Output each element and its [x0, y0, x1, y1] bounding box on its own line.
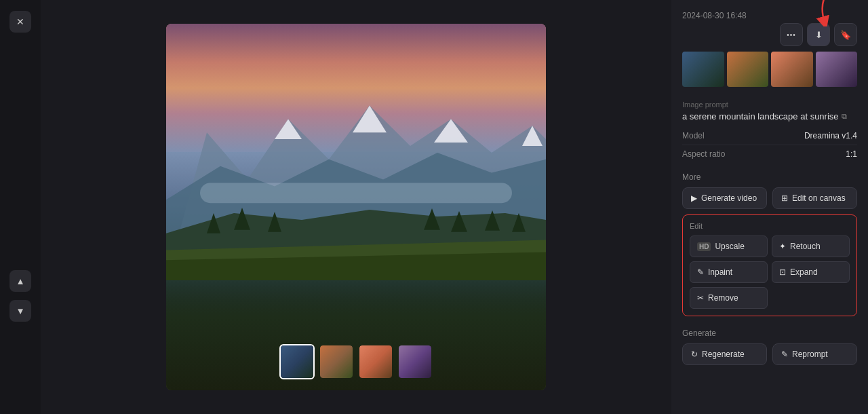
chevron-down-icon: ▼	[16, 306, 24, 316]
main-image-container	[166, 24, 546, 390]
reprompt-button[interactable]: ✎ Reprompt	[772, 343, 857, 365]
thumbnail-3[interactable]	[358, 344, 393, 379]
generate-section-title: Generate	[682, 328, 857, 338]
nav-up-button[interactable]: ▲	[9, 270, 31, 292]
retouch-button[interactable]: ✦ Retouch	[772, 236, 850, 257]
inpaint-icon: ✎	[697, 267, 704, 277]
thumbnail-strip	[279, 344, 433, 379]
prompt-section: Image prompt a serene mountain landscape…	[682, 95, 857, 121]
expand-icon: ⊡	[779, 267, 786, 277]
more-options-button[interactable]: •••	[780, 23, 803, 46]
thumbnail-4[interactable]	[397, 344, 433, 379]
left-sidebar: ✕ ▲ ▼	[0, 0, 41, 414]
red-arrow-indicator	[811, 0, 838, 26]
thumbnail-2[interactable]	[319, 344, 354, 379]
grid-thumb-1[interactable]	[682, 52, 724, 87]
upscale-label: Upscale	[715, 242, 744, 251]
regenerate-icon: ↻	[691, 350, 698, 359]
timestamp: 2024-08-30 16:48	[682, 11, 747, 20]
reprompt-icon: ✎	[781, 350, 788, 359]
aspect-ratio-row: Aspect ratio 1:1	[682, 145, 857, 163]
edit-section-title: Edit	[690, 222, 850, 230]
chevron-up-icon: ▲	[16, 276, 24, 286]
more-section-label: More	[682, 172, 857, 182]
bookmark-button[interactable]: 🔖	[834, 23, 857, 46]
remove-button[interactable]: ✂ Remove	[690, 287, 768, 309]
model-value: Dreamina v1.4	[804, 131, 857, 140]
close-button[interactable]: ✕	[9, 11, 31, 33]
image-grid	[682, 52, 857, 87]
main-content	[41, 0, 671, 414]
remove-icon: ✂	[697, 293, 704, 303]
aspect-label: Aspect ratio	[682, 149, 725, 159]
expand-button[interactable]: ⊡ Expand	[772, 261, 850, 283]
download-icon: ⬇	[815, 30, 823, 40]
model-label: Model	[682, 131, 705, 140]
expand-label: Expand	[790, 267, 818, 277]
edit-section: Edit HD Upscale ✦ Retouch ✎ Inpaint ⊡ Ex…	[682, 214, 857, 316]
generate-video-button[interactable]: ▶ Generate video	[682, 187, 767, 209]
edit-on-canvas-button[interactable]: ⊞ Edit on canvas	[772, 187, 857, 209]
retouch-label: Retouch	[790, 242, 821, 251]
nav-down-button[interactable]: ▼	[9, 300, 31, 322]
grid-thumb-4[interactable]	[816, 52, 858, 87]
more-icon: •••	[787, 31, 796, 39]
video-icon: ▶	[691, 193, 697, 203]
edit-grid: HD Upscale ✦ Retouch ✎ Inpaint ⊡ Expand …	[690, 236, 850, 309]
model-row: Model Dreamina v1.4	[682, 127, 857, 145]
canvas-icon: ⊞	[781, 193, 788, 203]
grid-thumb-2[interactable]	[727, 52, 769, 87]
inpaint-button[interactable]: ✎ Inpaint	[690, 261, 768, 283]
hd-badge: HD	[697, 242, 711, 251]
svg-rect-6	[200, 183, 512, 203]
prompt-text: a serene mountain landscape at sunrise ⧉	[682, 111, 857, 121]
generate-action-row: ↻ Regenerate ✎ Reprompt	[682, 343, 857, 365]
aspect-value: 1:1	[846, 149, 857, 159]
inpaint-label: Inpaint	[708, 267, 732, 277]
remove-label: Remove	[708, 293, 738, 303]
bookmark-icon: 🔖	[840, 30, 851, 40]
prompt-label: Image prompt	[682, 100, 857, 109]
grid-thumb-3[interactable]	[771, 52, 813, 87]
copy-icon[interactable]: ⧉	[842, 112, 847, 121]
regenerate-button[interactable]: ↻ Regenerate	[682, 343, 767, 365]
download-button[interactable]: ⬇	[807, 23, 830, 46]
right-panel: 2024-08-30 16:48 ••• ⬇ 🔖	[671, 0, 868, 414]
more-action-row: ▶ Generate video ⊞ Edit on canvas	[682, 187, 857, 209]
retouch-icon: ✦	[779, 242, 786, 251]
main-image	[166, 24, 546, 390]
upscale-button[interactable]: HD Upscale	[690, 236, 768, 257]
thumbnail-1[interactable]	[279, 344, 315, 379]
